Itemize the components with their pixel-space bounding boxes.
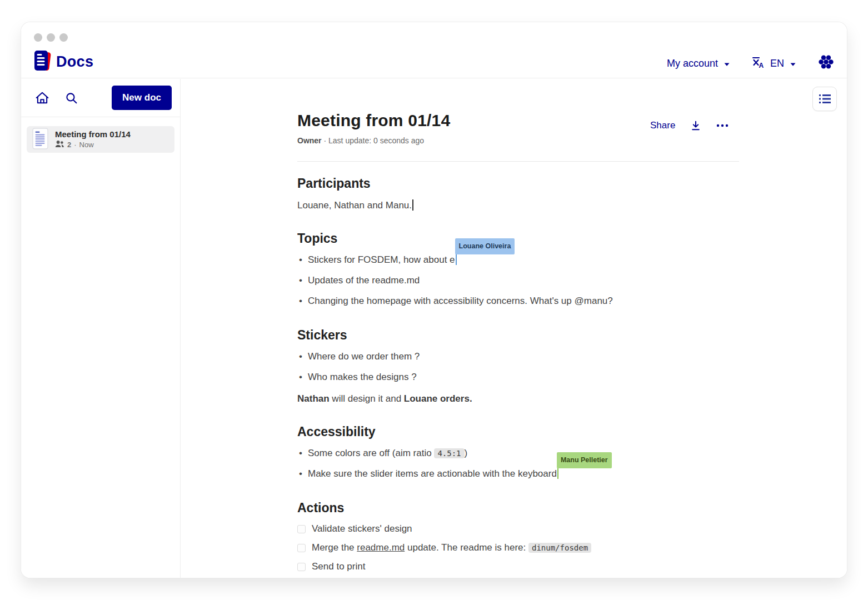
- home-button[interactable]: [35, 91, 49, 105]
- section-heading-stickers: Stickers: [297, 328, 739, 343]
- task-label: Validate stickers' design: [312, 523, 412, 534]
- actions-checklist: Validate stickers' design Merge the read…: [297, 523, 739, 572]
- language-label: EN: [770, 58, 784, 69]
- task-row: Merge the readme.md update. The readme i…: [297, 542, 739, 553]
- doc-last-update: Last update: 0 seconds ago: [328, 136, 424, 145]
- members-icon: [55, 140, 64, 149]
- stickers-note: Nathan will design it and Louane orders.: [297, 393, 739, 404]
- list-item: Stickers for FOSDEM, how about eLouane O…: [297, 253, 739, 267]
- list-item: Make sure the slider items are actionabl…: [297, 467, 739, 481]
- collab-cursor-manu: Manu Pelletier: [557, 467, 558, 479]
- translate-icon: A: [751, 56, 765, 72]
- list-item: Who makes the designs ?: [297, 371, 739, 384]
- doc-list-item[interactable]: Meeting from 01/14 2 · Now: [27, 126, 174, 153]
- doc-list: Meeting from 01/14 2 · Now: [21, 117, 180, 162]
- accessibility-list: Some colors are off (aim ratio 4.5:1) Ma…: [297, 447, 739, 481]
- doc-item-meta: 2 · Now: [55, 140, 131, 149]
- sidebar-toolbar: New doc: [21, 79, 180, 117]
- section-heading-actions: Actions: [297, 501, 739, 516]
- top-header: Docs My account A EN: [21, 22, 847, 78]
- app-window: Docs My account A EN: [21, 22, 847, 578]
- app-logo[interactable]: Docs: [34, 50, 93, 74]
- code-chip: dinum/fosdem: [528, 543, 591, 553]
- collab-cursor-label: Manu Pelletier: [557, 452, 612, 468]
- stickers-list: Where do we order them ? Who makes the d…: [297, 350, 739, 384]
- task-label: Merge the readme.md update. The readme i…: [312, 542, 591, 553]
- text-caret: [412, 199, 413, 211]
- section-heading-participants: Participants: [297, 176, 739, 191]
- app-name: Docs: [56, 53, 93, 71]
- language-selector[interactable]: A EN: [751, 56, 796, 72]
- chevron-down-icon: [790, 58, 796, 69]
- participants-text: Louane, Nathan and Manu.: [297, 199, 739, 211]
- new-doc-button[interactable]: New doc: [112, 86, 172, 110]
- list-item: Some colors are off (aim ratio 4.5:1): [297, 447, 739, 460]
- collab-cursor-label: Louane Oliveira: [455, 238, 515, 254]
- gaufre-apps-icon: [817, 53, 835, 73]
- my-account-menu[interactable]: My account: [667, 58, 730, 69]
- docs-logo-icon: [34, 50, 51, 74]
- task-checkbox[interactable]: [297, 563, 306, 571]
- sidebar: New doc Meeting from: [21, 79, 181, 578]
- document-editor[interactable]: Meeting from 01/14 Owner · Last update: …: [297, 79, 739, 578]
- list-item: Where do we order them ?: [297, 350, 739, 363]
- header-divider: [297, 161, 739, 162]
- doc-members-count: 2: [67, 141, 71, 149]
- table-of-contents-button[interactable]: [812, 87, 837, 111]
- la-suite-apps-button[interactable]: [817, 53, 835, 73]
- chevron-down-icon: [724, 58, 730, 69]
- doc-role: Owner: [297, 136, 322, 145]
- svg-text:A: A: [759, 62, 764, 69]
- section-heading-topics: Topics: [297, 231, 739, 246]
- doc-title: Meeting from 01/14: [297, 111, 739, 130]
- task-checkbox[interactable]: [297, 544, 306, 552]
- window-controls: [34, 33, 68, 42]
- task-checkbox[interactable]: [297, 525, 306, 533]
- doc-item-title: Meeting from 01/14: [55, 129, 131, 139]
- list-item: Updates of the readme.md: [297, 274, 739, 287]
- task-row: Send to print: [297, 561, 739, 572]
- window-dot: [34, 33, 42, 42]
- my-account-label: My account: [667, 58, 718, 69]
- readme-link[interactable]: readme.md: [357, 542, 405, 553]
- doc-updated: Now: [79, 141, 94, 149]
- task-label: Send to print: [312, 561, 365, 572]
- doc-thumbnail-icon: [32, 128, 48, 152]
- topics-list: Stickers for FOSDEM, how about eLouane O…: [297, 253, 739, 308]
- window-dot: [47, 33, 55, 42]
- main-panel: Share Meeting from 01/14 Owner: [181, 79, 847, 578]
- code-chip: 4.5:1: [434, 448, 464, 458]
- window-dot: [59, 33, 68, 42]
- collab-cursor-louane: Louane Oliveira: [456, 253, 457, 265]
- doc-meta: Owner · Last update: 0 seconds ago: [297, 136, 739, 145]
- list-item: Changing the homepage with accessibility…: [297, 294, 739, 308]
- task-row: Validate stickers' design: [297, 523, 739, 534]
- search-button[interactable]: [64, 91, 78, 105]
- section-heading-accessibility: Accessibility: [297, 424, 739, 439]
